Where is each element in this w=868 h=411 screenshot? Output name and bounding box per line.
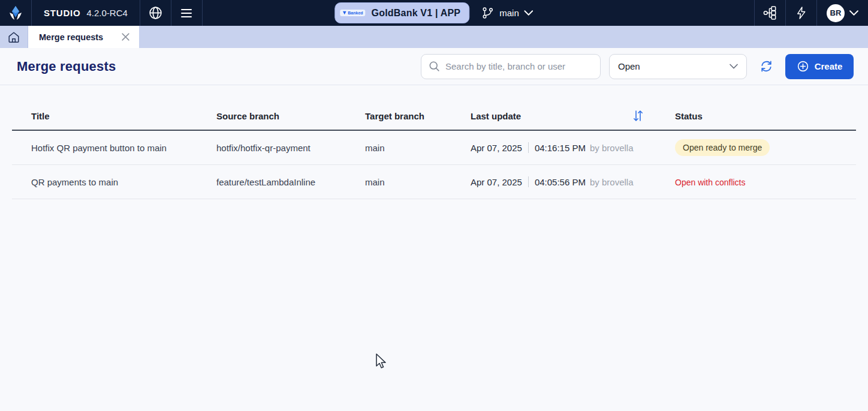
column-header-target: Target branch bbox=[365, 111, 471, 121]
chevron-down-icon bbox=[730, 64, 738, 69]
mr-last-update: Apr 07, 2025 04:16:15 PM by brovella bbox=[471, 142, 675, 153]
filter-selected-value: Open bbox=[618, 61, 640, 71]
hamburger-icon bbox=[179, 6, 194, 20]
mr-target-branch: main bbox=[365, 177, 471, 187]
column-header-title: Title bbox=[12, 111, 216, 121]
hierarchy-button[interactable] bbox=[755, 0, 785, 26]
tab-merge-requests[interactable]: Merge requests bbox=[28, 26, 139, 48]
mr-title[interactable]: QR payments to main bbox=[12, 177, 216, 187]
mr-source-branch: hotfix/hotfix-qr-payment bbox=[216, 143, 365, 153]
main-menu-button[interactable] bbox=[171, 0, 202, 26]
mr-author: by brovella bbox=[590, 177, 634, 187]
search-icon bbox=[429, 61, 440, 72]
studio-logo-icon[interactable] bbox=[0, 0, 31, 26]
header-actions: Open Create bbox=[421, 54, 854, 79]
account-menu-button[interactable]: BR bbox=[817, 0, 868, 26]
divider bbox=[528, 142, 529, 153]
version-label: 4.2.0-RC4 bbox=[86, 8, 127, 18]
home-icon bbox=[7, 31, 20, 44]
table-row[interactable]: QR payments to main feature/testLambdaIn… bbox=[12, 165, 856, 199]
branch-name-label: main bbox=[499, 8, 519, 18]
last-update-label: Last update bbox=[471, 111, 521, 121]
app-selector-button[interactable]: Banked GoldBank V1 | APP bbox=[334, 2, 469, 23]
status-badge-ready: Open ready to merge bbox=[675, 139, 770, 156]
column-header-source: Source branch bbox=[216, 111, 365, 121]
refresh-button[interactable] bbox=[755, 56, 777, 77]
create-button-label: Create bbox=[815, 61, 843, 71]
app-name-label: GoldBank V1 | APP bbox=[372, 8, 461, 19]
merge-requests-table: Title Source branch Target branch Last u… bbox=[12, 102, 856, 199]
globe-icon bbox=[148, 5, 163, 20]
mouse-cursor bbox=[375, 353, 388, 370]
tab-label: Merge requests bbox=[39, 32, 103, 42]
column-header-status: Status bbox=[675, 111, 856, 121]
table-header-row: Title Source branch Target branch Last u… bbox=[12, 102, 856, 131]
avatar: BR bbox=[827, 4, 845, 22]
plus-circle-icon bbox=[797, 60, 809, 73]
table-row[interactable]: Hotfix QR payment button to main hotfix/… bbox=[12, 131, 856, 165]
mr-status-cell: Open with conflicts bbox=[675, 177, 856, 187]
git-branch-icon bbox=[481, 7, 494, 19]
sort-arrows-icon bbox=[632, 109, 644, 122]
app-window: STUDIO 4.2.0-RC4 Banked GoldBa bbox=[0, 0, 868, 411]
banked-mini-badge: Banked bbox=[340, 10, 365, 16]
tab-strip: Merge requests bbox=[0, 26, 868, 48]
page-header: Merge requests Open bbox=[0, 48, 868, 85]
language-globe-button[interactable] bbox=[140, 0, 171, 26]
search-input[interactable] bbox=[445, 61, 593, 71]
status-text-conflict: Open with conflicts bbox=[675, 178, 746, 187]
topbar-center: Banked GoldBank V1 | APP main bbox=[334, 0, 533, 26]
mr-time: 04:16:15 PM bbox=[535, 143, 586, 153]
mr-last-update: Apr 07, 2025 04:05:56 PM by brovella bbox=[471, 176, 675, 187]
mr-date: Apr 07, 2025 bbox=[471, 143, 522, 153]
branch-selector[interactable]: main bbox=[481, 7, 534, 19]
mr-status-cell: Open ready to merge bbox=[675, 139, 856, 156]
home-tab[interactable] bbox=[0, 26, 28, 48]
column-header-last-update: Last update bbox=[471, 109, 675, 122]
mr-source-branch: feature/testLambdaInline bbox=[216, 177, 365, 187]
topbar-right: BR bbox=[754, 0, 868, 26]
search-box[interactable] bbox=[421, 54, 601, 79]
chevron-down-icon bbox=[849, 10, 858, 16]
divider bbox=[528, 176, 529, 187]
close-tab-icon[interactable] bbox=[120, 32, 131, 43]
mr-date: Apr 07, 2025 bbox=[471, 177, 522, 187]
quick-actions-button[interactable] bbox=[786, 0, 816, 26]
divider bbox=[202, 0, 203, 26]
org-chart-icon bbox=[762, 5, 777, 20]
mr-time: 04:05:56 PM bbox=[535, 177, 586, 187]
mr-title[interactable]: Hotfix QR payment button to main bbox=[12, 143, 216, 153]
mr-target-branch: main bbox=[365, 143, 471, 153]
chevron-down-icon bbox=[525, 10, 534, 16]
banked-mini-icon bbox=[342, 11, 346, 15]
sort-toggle[interactable] bbox=[632, 109, 644, 122]
product-name: STUDIO 4.2.0-RC4 bbox=[32, 0, 140, 26]
lightning-icon bbox=[794, 6, 808, 20]
topbar: STUDIO 4.2.0-RC4 Banked GoldBa bbox=[0, 0, 868, 26]
banked-mini-label: Banked bbox=[348, 11, 363, 15]
create-button[interactable]: Create bbox=[785, 54, 854, 79]
product-label: STUDIO bbox=[44, 8, 80, 18]
mr-author: by brovella bbox=[590, 143, 634, 153]
status-filter-select[interactable]: Open bbox=[609, 54, 747, 79]
refresh-icon bbox=[760, 59, 773, 73]
page-title: Merge requests bbox=[17, 59, 116, 74]
